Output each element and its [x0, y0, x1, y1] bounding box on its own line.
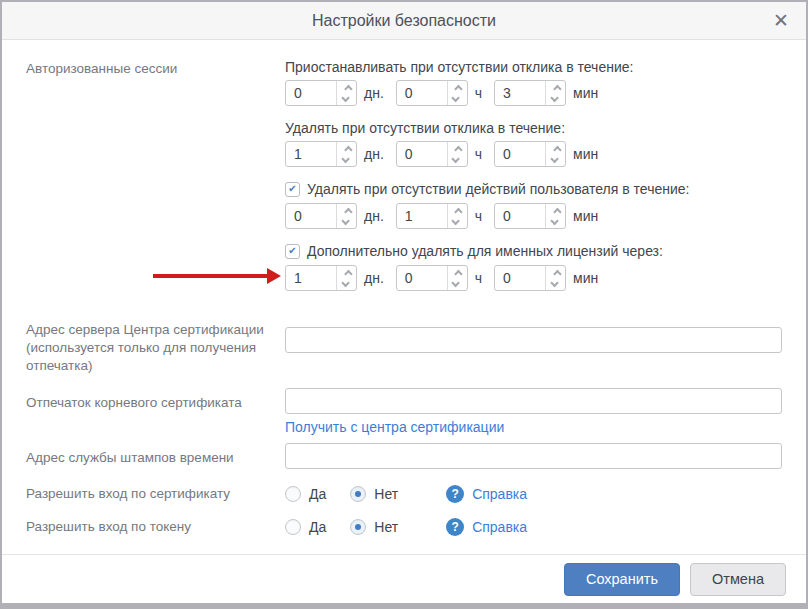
help-link-token[interactable]: ? Справка: [446, 518, 527, 536]
spinner-buttons[interactable]: [545, 204, 565, 228]
arrow-head: [267, 268, 281, 284]
days-spinner[interactable]: 1: [285, 141, 357, 167]
spinner-buttons[interactable]: [336, 142, 356, 166]
help-link-certificate[interactable]: ? Справка: [446, 485, 527, 503]
spinner-buttons[interactable]: [545, 81, 565, 105]
spinner-buttons[interactable]: [447, 266, 467, 290]
token-login-options: Да Нет ? Справка: [285, 518, 782, 536]
spinner-buttons[interactable]: [447, 204, 467, 228]
duration-row: 0 дн. 1 ч 0: [285, 203, 782, 229]
chevron-down-icon[interactable]: [452, 216, 460, 224]
spinner-buttons[interactable]: [336, 266, 356, 290]
chevron-up-icon[interactable]: [454, 145, 462, 153]
delete-on-no-response-group: Удалять при отсутствии отклика в течение…: [285, 119, 782, 167]
chevron-up-icon[interactable]: [454, 269, 462, 277]
radio-no[interactable]: Нет: [350, 486, 398, 502]
chevron-up-icon[interactable]: [553, 145, 561, 153]
help-icon[interactable]: ?: [446, 485, 464, 503]
dialog-body: Авторизованные сессии Приостанавливать п…: [2, 40, 806, 554]
timestamp-label: Адрес службы штампов времени: [26, 443, 285, 467]
hours-spinner[interactable]: 0: [396, 141, 468, 167]
chevron-up-icon[interactable]: [553, 207, 561, 215]
chevron-up-icon[interactable]: [344, 84, 352, 92]
spinner-value: 0: [495, 266, 545, 290]
spinner-value: 0: [495, 204, 545, 228]
spinner-buttons[interactable]: [545, 142, 565, 166]
delete-on-inactivity-group: ✔ Удалять при отсутствии действий пользо…: [285, 180, 782, 229]
chevron-up-icon[interactable]: [344, 207, 352, 215]
chevron-up-icon[interactable]: [553, 84, 561, 92]
chevron-down-icon[interactable]: [452, 278, 460, 286]
days-spinner[interactable]: 0: [285, 203, 357, 229]
chevron-up-icon[interactable]: [553, 269, 561, 277]
checkbox-row[interactable]: ✔ Дополнительно удалять для именных лице…: [285, 242, 782, 260]
radio-button-icon[interactable]: [285, 519, 301, 535]
minutes-unit-label: мин: [573, 208, 598, 224]
suspend-on-no-response-group: Приостанавливать при отсутствии отклика …: [285, 58, 782, 106]
save-button[interactable]: Сохранить: [564, 563, 680, 596]
minutes-spinner[interactable]: 3: [494, 80, 566, 106]
help-icon[interactable]: ?: [446, 518, 464, 536]
hours-unit-label: ч: [475, 85, 482, 101]
minutes-spinner[interactable]: 0: [494, 141, 566, 167]
duration-row: 0 дн. 0 ч 3: [285, 80, 782, 106]
spinner-buttons[interactable]: [336, 204, 356, 228]
chevron-up-icon[interactable]: [454, 207, 462, 215]
chevron-down-icon[interactable]: [550, 93, 558, 101]
radio-yes[interactable]: Да: [285, 519, 326, 535]
chevron-down-icon[interactable]: [341, 216, 349, 224]
spinner-value: 1: [397, 204, 447, 228]
get-from-ca-link[interactable]: Получить с центра сертификации: [285, 419, 504, 435]
spinner-buttons[interactable]: [545, 266, 565, 290]
radio-button-icon[interactable]: [350, 486, 366, 502]
days-spinner[interactable]: 1: [285, 265, 357, 291]
close-icon[interactable]: ✕: [768, 2, 794, 40]
fingerprint-input[interactable]: [285, 388, 782, 414]
timestamp-input[interactable]: [285, 443, 782, 469]
help-link-label: Справка: [472, 486, 527, 502]
checkbox[interactable]: ✔: [285, 244, 300, 259]
radio-yes-label: Да: [309, 519, 326, 535]
spinner-buttons[interactable]: [447, 142, 467, 166]
radio-yes[interactable]: Да: [285, 486, 326, 502]
fingerprint-field: Получить с центра сертификации: [285, 388, 782, 435]
ca-address-field: [285, 319, 782, 353]
checkbox-row[interactable]: ✔ Удалять при отсутствии действий пользо…: [285, 180, 782, 198]
checkbox[interactable]: ✔: [285, 182, 300, 197]
hours-spinner[interactable]: 0: [396, 265, 468, 291]
authorized-sessions-row: Авторизованные сессии Приостанавливать п…: [26, 58, 782, 304]
chevron-down-icon[interactable]: [550, 216, 558, 224]
spinner-buttons[interactable]: [447, 81, 467, 105]
fingerprint-row: Отпечаток корневого сертификата Получить…: [26, 388, 782, 435]
hours-spinner[interactable]: 1: [396, 203, 468, 229]
chevron-down-icon[interactable]: [550, 278, 558, 286]
fingerprint-label: Отпечаток корневого сертификата: [26, 388, 285, 412]
arrow-shaft: [153, 274, 268, 278]
hours-unit-label: ч: [475, 146, 482, 162]
radio-no[interactable]: Нет: [350, 519, 398, 535]
ca-address-input[interactable]: [285, 327, 782, 353]
chevron-down-icon[interactable]: [341, 154, 349, 162]
minutes-spinner[interactable]: 0: [494, 265, 566, 291]
chevron-down-icon[interactable]: [452, 154, 460, 162]
minutes-unit-label: мин: [573, 85, 598, 101]
dialog-footer: Сохранить Отмена: [2, 554, 806, 603]
days-spinner[interactable]: 0: [285, 80, 357, 106]
chevron-down-icon[interactable]: [452, 93, 460, 101]
radio-button-icon[interactable]: [285, 486, 301, 502]
ca-address-row: Адрес сервера Центра сертификации (испол…: [26, 319, 782, 376]
spinner-value: 1: [286, 142, 336, 166]
spinner-buttons[interactable]: [336, 81, 356, 105]
days-unit-label: дн.: [364, 208, 384, 224]
chevron-down-icon[interactable]: [550, 154, 558, 162]
radio-dot: [355, 491, 361, 497]
chevron-up-icon[interactable]: [344, 145, 352, 153]
cancel-button[interactable]: Отмена: [690, 563, 786, 596]
chevron-up-icon[interactable]: [344, 269, 352, 277]
radio-button-icon[interactable]: [350, 519, 366, 535]
hours-spinner[interactable]: 0: [396, 80, 468, 106]
chevron-down-icon[interactable]: [341, 278, 349, 286]
chevron-up-icon[interactable]: [454, 84, 462, 92]
chevron-down-icon[interactable]: [341, 93, 349, 101]
minutes-spinner[interactable]: 0: [494, 203, 566, 229]
